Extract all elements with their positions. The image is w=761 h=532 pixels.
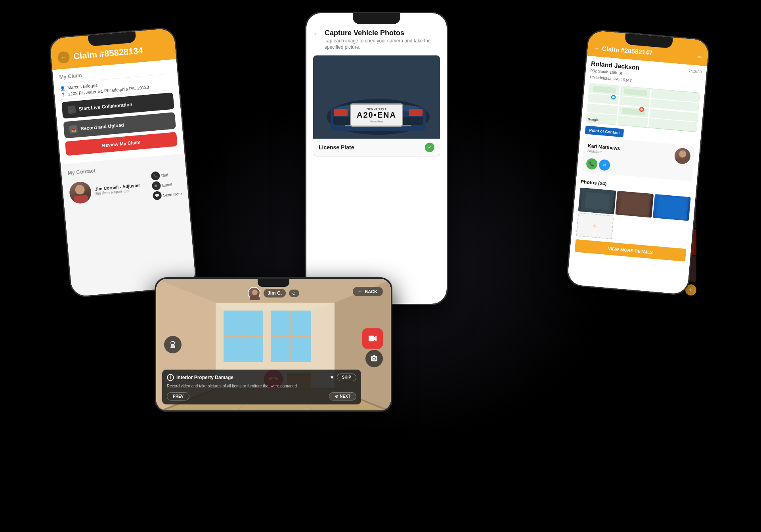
photos-grid: + (576, 188, 691, 246)
svg-rect-1 (74, 195, 88, 204)
timer-badge: ⏱ (289, 290, 299, 297)
svg-line-57 (170, 342, 171, 342)
live-collab-icon: 🎥 (67, 105, 76, 114)
contact-avatar-img (69, 181, 92, 204)
contact-actions: 📞 Dial ✉ Email 💬 Send Note (151, 170, 182, 200)
phone-bottom-notch (258, 279, 289, 287)
adjuster-email-button[interactable]: ✉ (598, 159, 610, 171)
license-plate-display: New Jersey's A20•ENA Hamilton (350, 103, 403, 127)
damage-title: Interior Property Damage (176, 375, 327, 380)
scene: ← Claim #85828134 My Claim 👤 Marcus Brid… (0, 0, 761, 532)
contact-avatar (69, 181, 92, 204)
damage-info-header: i Interior Property Damage ▼ SKIP (167, 374, 356, 381)
license-plate-label: License Plate (319, 144, 354, 151)
next-icon: ⊙ (335, 394, 338, 399)
dial-label: Dial (161, 173, 168, 177)
capture-vehicle-subtitle: Tap each image to open your camera and t… (325, 38, 440, 50)
start-live-collab-label: Start Live Collaboration (78, 101, 132, 112)
svg-rect-23 (676, 158, 688, 164)
add-photo-button[interactable]: + (576, 212, 614, 239)
caller-avatar (248, 287, 260, 299)
contact-section: My Contact Jim Cornell (61, 155, 189, 213)
damage-desc: Record video and take pictures of all it… (167, 383, 356, 389)
right-body: Roland Jackson 992 South 15th St Philade… (576, 56, 707, 189)
next-button[interactable]: ⊙ NEXT (329, 392, 356, 400)
back-button-left[interactable]: ← (57, 51, 70, 64)
next-label: NEXT (340, 394, 350, 399)
svg-rect-29 (657, 196, 686, 219)
email-action[interactable]: ✉ Email (151, 179, 181, 191)
adjuster-info: Karl Matthews Adjuster (587, 143, 672, 160)
add-plus-icon: + (592, 221, 598, 231)
phone-right-screen: ← Claim #20582147 ✏ Roland Jackson 992 S… (567, 30, 709, 295)
person-icon-left: 👤 (60, 86, 65, 91)
dial-icon: 📞 (151, 171, 160, 181)
plate-number: A20•ENA (357, 111, 396, 120)
person-name-left: Marcus Bridges (67, 83, 98, 90)
svg-rect-25 (585, 192, 610, 210)
record-button-video[interactable] (362, 328, 383, 349)
skip-button[interactable]: SKIP (337, 374, 356, 381)
back-button-video[interactable]: ← BACK (353, 287, 383, 296)
svg-point-54 (171, 341, 175, 345)
svg-rect-6 (409, 109, 423, 116)
svg-marker-59 (374, 336, 377, 341)
note-action[interactable]: 💬 Send Note (152, 189, 182, 200)
point-of-contact-label: Point of Contact (585, 126, 624, 137)
map-area[interactable]: Google (586, 83, 700, 132)
contact-row: Jim Cornell - Adjuster BigTime Repair Co… (68, 170, 182, 208)
email-label: Email (162, 182, 172, 187)
vehicle-photo-card[interactable]: New Jersey's A20•ENA Hamilton License Pl… (313, 55, 440, 156)
capture-vehicle-title: Capture Vehicle Photos (325, 29, 440, 37)
svg-rect-53 (250, 296, 260, 300)
dial-action[interactable]: 📞 Dial (151, 170, 180, 181)
nav-buttons: PREV ⊙ NEXT (167, 392, 356, 400)
adjuster-avatar (674, 147, 691, 164)
center-header-text: Capture Vehicle Photos Tap each image to… (325, 29, 440, 50)
photo-thumb-2[interactable] (616, 191, 654, 218)
back-label-video: BACK (365, 289, 377, 294)
phone-left-screen: ← Claim #85828134 My Claim 👤 Marcus Brid… (50, 28, 196, 297)
back-arrow-video: ← (358, 289, 363, 294)
claim-number-left: Claim #85828134 (73, 46, 143, 62)
adjuster-phone-button[interactable]: 📞 (586, 158, 598, 170)
phone-bottom: Jim C. ⏱ ← BACK (155, 277, 392, 412)
svg-point-52 (252, 290, 258, 295)
right-date: 7/12/20 (688, 69, 702, 74)
vehicle-photo-label-row: License Plate ✓ (313, 139, 440, 156)
back-arrow-right[interactable]: ← (593, 44, 600, 52)
back-button-center[interactable]: ← (313, 30, 320, 38)
record-upload-icon: 📤 (69, 125, 78, 134)
adjuster-card: Karl Matthews Adjuster 📞 ✉ (581, 136, 695, 181)
phone-left: ← Claim #85828134 My Claim 👤 Marcus Brid… (48, 27, 197, 298)
claim-number-right: Claim #20582147 (602, 45, 653, 57)
photo-thumb-1[interactable] (578, 188, 616, 215)
chevron-down-icon: ▼ (330, 375, 335, 380)
edit-icon-right[interactable]: ✏ (697, 54, 702, 61)
record-upload-label: Record and Upload (80, 122, 124, 132)
phone-bottom-screen: Jim C. ⏱ ← BACK (156, 279, 391, 410)
photo-thumb-3[interactable] (653, 194, 691, 221)
vehicle-photo: New Jersey's A20•ENA Hamilton (313, 55, 440, 139)
timer-icon: ⏱ (292, 291, 296, 296)
camera-button-video[interactable] (365, 350, 383, 367)
svg-rect-58 (369, 336, 374, 341)
damage-info-panel: i Interior Property Damage ▼ SKIP Record… (162, 370, 361, 404)
location-icon-left: 📍 (61, 92, 66, 97)
plate-bottom: Hamilton (357, 120, 396, 123)
flashlight-button[interactable] (164, 336, 182, 353)
svg-rect-5 (334, 109, 348, 116)
svg-point-0 (75, 184, 85, 194)
phone-center-screen: ← Capture Vehicle Photos Tap each image … (306, 13, 447, 304)
svg-point-22 (679, 150, 687, 158)
review-claim-label: Review My Claim (102, 139, 141, 148)
back-arrow-left: ← (61, 54, 67, 61)
note-icon: 💬 (152, 191, 162, 200)
contact-info: Jim Cornell - Adjuster BigTime Repair Co… (95, 182, 148, 196)
phone-right: ← Claim #20582147 ✏ Roland Jackson 992 S… (566, 29, 710, 296)
right-header-left: ← Claim #20582147 (593, 44, 653, 57)
photos-section: Photos (24) (570, 179, 696, 262)
check-circle: ✓ (425, 143, 434, 152)
prev-button[interactable]: PREV (167, 392, 189, 400)
info-circle-icon: i (167, 374, 174, 381)
